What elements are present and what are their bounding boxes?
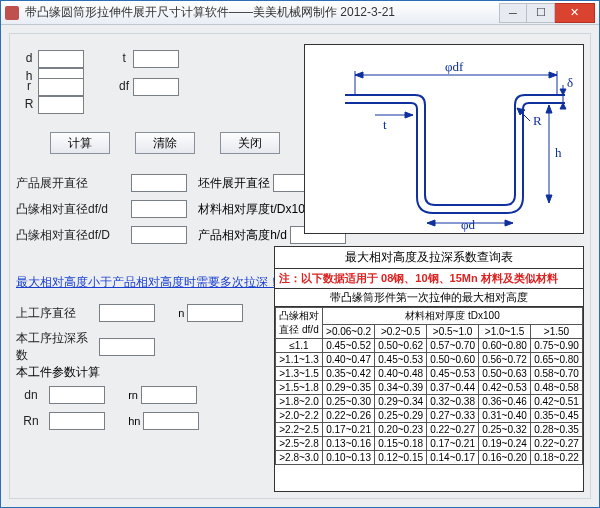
diag-label-R: R — [533, 113, 542, 128]
cell: 0.14~0.17 — [427, 451, 479, 465]
cell: 0.48~0.58 — [531, 381, 583, 395]
label-mat-tdx100: 材料相对厚度t/Dx100 — [198, 202, 311, 216]
maximize-button[interactable]: ☐ — [527, 3, 555, 23]
minimize-button[interactable]: ─ — [499, 3, 527, 23]
cell: 0.45~0.53 — [375, 353, 427, 367]
input-R-upper[interactable] — [38, 96, 84, 114]
client-area: d t h r df R 计算 清除 关闭 产品展开直径 坯件展开直径 凸缘相对… — [9, 33, 591, 499]
label-prod-hd: 产品相对高度h/d — [198, 228, 287, 242]
label-coef: 本工序拉深系数 — [16, 330, 96, 364]
svg-marker-7 — [505, 220, 513, 226]
cell: 0.56~0.72 — [479, 353, 531, 367]
note-mats: 08钢、10钢、15Mn 材料及类似材料 — [378, 272, 558, 284]
label-flange-dfd: 凸缘相对直径df/d — [16, 201, 128, 218]
diag-label-d: φd — [461, 217, 476, 232]
input-dn[interactable] — [49, 386, 105, 404]
input-prev-dia[interactable] — [99, 304, 155, 322]
cell: 0.45~0.52 — [322, 339, 374, 353]
table-row: >1.3~1.50.35~0.420.40~0.480.45~0.530.50~… — [276, 367, 583, 381]
table-subtitle: 带凸缘筒形件第一次拉伸的最大相对高度 — [275, 289, 583, 307]
cell: 0.36~0.46 — [479, 395, 531, 409]
diag-label-df: φdf — [445, 59, 464, 74]
input-n[interactable] — [187, 304, 243, 322]
col-header: >0.5~1.0 — [427, 325, 479, 339]
svg-marker-6 — [427, 220, 435, 226]
part-diagram: φdf δ t R h φd — [304, 44, 584, 234]
cell: 0.17~0.21 — [322, 423, 374, 437]
cell: 0.50~0.62 — [375, 339, 427, 353]
label-prev-dia: 上工序直径 — [16, 305, 96, 322]
cell: 0.25~0.30 — [322, 395, 374, 409]
input-coef[interactable] — [99, 338, 155, 356]
cell: 0.42~0.53 — [479, 381, 531, 395]
svg-marker-3 — [355, 72, 363, 78]
svg-marker-9 — [546, 105, 552, 113]
cell: 0.29~0.35 — [322, 381, 374, 395]
calc-button[interactable]: 计算 — [50, 132, 110, 154]
cell: 0.37~0.44 — [427, 381, 479, 395]
cell: 0.25~0.32 — [479, 423, 531, 437]
cell: 0.60~0.80 — [479, 339, 531, 353]
cell: 0.34~0.39 — [375, 381, 427, 395]
close-window-button[interactable]: ✕ — [555, 3, 595, 23]
label-blank-dia: 坯件展开直径 — [198, 176, 270, 190]
table-row: >2.2~2.50.17~0.210.20~0.230.22~0.270.25~… — [276, 423, 583, 437]
input-hn[interactable] — [143, 412, 199, 430]
input-r[interactable] — [38, 78, 84, 96]
cell: 0.50~0.63 — [479, 367, 531, 381]
label-hn: hn — [128, 415, 140, 427]
cell: 0.35~0.45 — [531, 409, 583, 423]
cell: 0.20~0.23 — [375, 423, 427, 437]
cell: 0.16~0.20 — [479, 451, 531, 465]
cell: 0.40~0.48 — [375, 367, 427, 381]
cell: 0.27~0.33 — [427, 409, 479, 423]
clear-button[interactable]: 清除 — [135, 132, 195, 154]
cell: 0.10~0.13 — [322, 451, 374, 465]
row-key: ≤1.1 — [276, 339, 323, 353]
row-key: >2.5~2.8 — [276, 437, 323, 451]
cell: 0.65~0.80 — [531, 353, 583, 367]
input-rn[interactable] — [141, 386, 197, 404]
label-n: n — [178, 307, 184, 319]
table-note: 注：以下数据适用于 08钢、10钢、15Mn 材料及类似材料 — [275, 269, 583, 289]
label-dn: dn — [16, 388, 46, 402]
lookup-table: 最大相对高度及拉深系数查询表 注：以下数据适用于 08钢、10钢、15Mn 材料… — [274, 246, 584, 492]
cell: 0.75~0.90 — [531, 339, 583, 353]
cell: 0.45~0.53 — [427, 367, 479, 381]
col-header: >0.2~0.5 — [375, 325, 427, 339]
table-row: >1.8~2.00.25~0.300.29~0.340.32~0.380.36~… — [276, 395, 583, 409]
table-row: >1.1~1.30.40~0.470.45~0.530.50~0.600.56~… — [276, 353, 583, 367]
row-key: >2.8~3.0 — [276, 451, 323, 465]
cell: 0.12~0.15 — [375, 451, 427, 465]
output-flange-dfd[interactable] — [131, 200, 187, 218]
cell: 0.31~0.40 — [479, 409, 531, 423]
input-t[interactable] — [133, 50, 179, 68]
table-row: >2.0~2.20.22~0.260.25~0.290.27~0.330.31~… — [276, 409, 583, 423]
input-df[interactable] — [133, 78, 179, 96]
cell: 0.35~0.42 — [322, 367, 374, 381]
output-prod-dia[interactable] — [131, 174, 187, 192]
label-t: t — [115, 51, 133, 65]
row-key: >1.8~2.0 — [276, 395, 323, 409]
window-title: 带凸缘圆筒形拉伸件展开尺寸计算软件——美美机械网制作 2012-3-21 — [25, 4, 499, 21]
label-d: d — [20, 51, 38, 65]
output-flange-dfD[interactable] — [131, 226, 187, 244]
input-d[interactable] — [38, 50, 84, 68]
rowhdr: 凸缘相对直径 df/d — [276, 308, 323, 339]
sub-section-1: 上工序直径 n 本工序拉深系数 — [16, 304, 243, 372]
svg-marker-10 — [546, 195, 552, 203]
row-key: >2.2~2.5 — [276, 423, 323, 437]
close-button[interactable]: 关闭 — [220, 132, 280, 154]
cell: 0.32~0.38 — [427, 395, 479, 409]
label-Rn: Rn — [16, 414, 46, 428]
cell: 0.17~0.21 — [427, 437, 479, 451]
diag-label-delta: δ — [567, 75, 573, 90]
table-row: ≤1.10.45~0.520.50~0.620.57~0.700.60~0.80… — [276, 339, 583, 353]
diagram-svg: φdf δ t R h φd — [305, 45, 583, 233]
label-df: df — [115, 79, 133, 93]
colhdr: 材料相对厚度 tDx100 — [322, 308, 582, 325]
cell: 0.42~0.51 — [531, 395, 583, 409]
label-r: r — [20, 79, 38, 93]
input-Rn[interactable] — [49, 412, 105, 430]
app-window: 带凸缘圆筒形拉伸件展开尺寸计算软件——美美机械网制作 2012-3-21 ─ ☐… — [0, 0, 600, 508]
